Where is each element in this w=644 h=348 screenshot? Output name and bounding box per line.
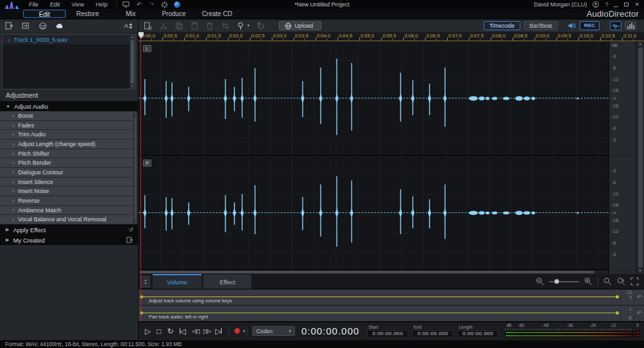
menu-file[interactable]: File: [23, 0, 44, 9]
rewind-button[interactable]: ◁◁: [192, 328, 198, 334]
pan-key-end[interactable]: [616, 311, 619, 315]
tab-restore[interactable]: Restore: [66, 10, 109, 18]
tab-mix[interactable]: Mix: [109, 10, 152, 18]
pan-keyline[interactable]: [140, 313, 619, 313]
barbeat-toggle[interactable]: Bar/Beat: [524, 21, 558, 30]
volume-reset-icon[interactable]: ↶: [634, 289, 644, 305]
channel-left[interactable]: L: [138, 41, 609, 156]
adjust-item-adjust-length-change-speed-[interactable]: ›Adjust Length (change speed): [0, 140, 138, 149]
redo-icon[interactable]: ↷: [148, 1, 155, 8]
track-list-item[interactable]: ♪ Track 1_0000_5.wav: [3, 35, 129, 44]
scrollbar-thumb[interactable]: [638, 48, 643, 268]
preferences-gear-icon[interactable]: [161, 1, 168, 8]
scrollbar-thumb[interactable]: [140, 271, 594, 273]
section-adjust-audio[interactable]: ▼ Adjust Audio: [0, 101, 138, 111]
field-value[interactable]: 0:00:00.000: [367, 330, 408, 338]
go-to-end-button[interactable]: ▷: [215, 327, 222, 335]
add-marker-icon[interactable]: [236, 22, 245, 30]
sort-tracks-icon[interactable]: A: [124, 23, 133, 29]
zoom-to-selection-icon[interactable]: [603, 277, 612, 286]
trim-icon[interactable]: [221, 22, 229, 30]
adjust-item-fades[interactable]: ›Fades: [0, 121, 138, 131]
zoom-slider[interactable]: [549, 281, 579, 282]
scroll-down-icon[interactable]: ▼: [131, 84, 134, 89]
fit-to-window-icon[interactable]: [630, 277, 639, 286]
minimize-button[interactable]: [614, 6, 618, 7]
section-apply-effect[interactable]: ▶ Apply Effect ↺: [0, 224, 138, 235]
apply-preset-icon[interactable]: [144, 22, 152, 30]
marker-dropdown-caret[interactable]: ▾: [247, 23, 250, 28]
menu-edit[interactable]: Edit: [44, 0, 66, 9]
reset-effect-icon[interactable]: ↺: [128, 226, 133, 233]
zoom-fit-icon[interactable]: [617, 277, 625, 286]
adjust-item-pitch-bender[interactable]: ›Pitch Bender: [0, 158, 138, 168]
delete-icon[interactable]: [205, 22, 214, 30]
codec-dropdown[interactable]: Codec ▾: [252, 326, 295, 336]
help-button[interactable]: ?: [605, 1, 608, 8]
collapse-lanes-button[interactable]: ▲▼: [141, 276, 150, 288]
convert-channels-icon[interactable]: ↻: [257, 22, 265, 30]
section-my-created[interactable]: ▶ My Created: [0, 235, 138, 245]
adjust-item-insert-noise[interactable]: ›Insert Noise: [0, 187, 138, 196]
adjust-item-insert-silence[interactable]: ›Insert Silence: [0, 178, 138, 187]
tab-volume[interactable]: Volume: [153, 274, 202, 289]
tab-edit[interactable]: Edit: [23, 10, 66, 18]
copy-icon[interactable]: [175, 22, 183, 30]
channel-right[interactable]: R: [138, 156, 609, 270]
display-mode-icon[interactable]: [122, 1, 129, 8]
import-audio-icon[interactable]: [5, 22, 14, 30]
adjust-item-trim-audio[interactable]: ›Trim Audio: [0, 130, 138, 140]
volume-key-end[interactable]: [616, 295, 619, 298]
upload-button[interactable]: Upload: [279, 21, 322, 30]
preview-speaker-icon[interactable]: [568, 22, 576, 30]
scroll-up-icon[interactable]: ▲: [135, 111, 137, 115]
tab-create-cd[interactable]: Create CD: [196, 10, 238, 18]
menu-view[interactable]: View: [66, 0, 90, 9]
track-list-scrollbar[interactable]: ▲ ▼: [129, 35, 135, 89]
clip-indicators[interactable]: [636, 331, 640, 338]
scroll-down-icon[interactable]: ▼: [638, 268, 642, 274]
rec-button[interactable]: REC: [580, 21, 600, 30]
record-button[interactable]: [234, 328, 240, 334]
timeline-ruler[interactable]: 0:00.00:00.50:01.00:01.50:02.00:02.50:03…: [138, 32, 644, 41]
adjust-item-vocal-balance-and-vocal-removal[interactable]: ›Vocal Balance and Vocal Removal: [0, 215, 138, 224]
tab-produce[interactable]: Produce: [153, 10, 195, 18]
timecode-toggle[interactable]: Timecode: [484, 21, 520, 30]
vertical-scrollbar[interactable]: ▲ ▼: [636, 41, 644, 274]
zoom-out-icon[interactable]: [536, 277, 544, 286]
loop-button[interactable]: ↻: [167, 327, 173, 335]
user-avatar-icon[interactable]: [592, 1, 599, 8]
download-sound-clips-icon[interactable]: [39, 22, 47, 30]
zoom-in-icon[interactable]: [584, 277, 592, 286]
fast-forward-button[interactable]: ▷▷: [204, 328, 209, 334]
adjust-item-reverse[interactable]: ›Reverse: [0, 196, 138, 206]
adjust-list-scrollbar[interactable]: ▲▼: [133, 111, 138, 224]
field-value[interactable]: 0:00:00.000: [412, 330, 453, 338]
adjust-item-pitch-shifter[interactable]: ›Pitch Shifter: [0, 149, 138, 159]
scrollbar-thumb[interactable]: [131, 40, 134, 84]
volume-keyline[interactable]: [140, 297, 619, 297]
tab-effect[interactable]: Effect: [203, 274, 252, 289]
scroll-up-icon[interactable]: ▲: [638, 41, 642, 47]
cut-icon[interactable]: [159, 22, 167, 30]
adjust-item-dialogue-contour[interactable]: ›Dialogue Contour: [0, 168, 138, 178]
horizontal-scrollbar[interactable]: [138, 270, 609, 274]
adjust-item-boost[interactable]: ›Boost: [0, 111, 138, 121]
restore-button[interactable]: [624, 3, 629, 6]
adjust-item-ambience-match[interactable]: ›Ambience Match: [0, 206, 138, 215]
play-button[interactable]: ▷: [145, 327, 151, 335]
cyberlink-app-icon[interactable]: [174, 1, 180, 8]
scrollbar-thumb[interactable]: [135, 116, 137, 220]
paste-icon[interactable]: [190, 22, 198, 30]
close-button[interactable]: ✕: [634, 1, 639, 8]
undo-icon[interactable]: ↶: [135, 1, 142, 8]
pan-lane[interactable]: Pan track audio: left or right L R ↶: [138, 306, 644, 322]
spectral-view-button[interactable]: [625, 21, 636, 30]
import-media-icon[interactable]: [22, 22, 30, 30]
go-to-start-button[interactable]: ◁: [180, 327, 186, 335]
stop-button[interactable]: □: [156, 327, 161, 335]
pan-reset-icon[interactable]: ↶: [634, 306, 644, 321]
waveform-view-button[interactable]: [610, 21, 621, 30]
playhead-line[interactable]: [140, 32, 141, 322]
menu-help[interactable]: Help: [90, 0, 113, 9]
